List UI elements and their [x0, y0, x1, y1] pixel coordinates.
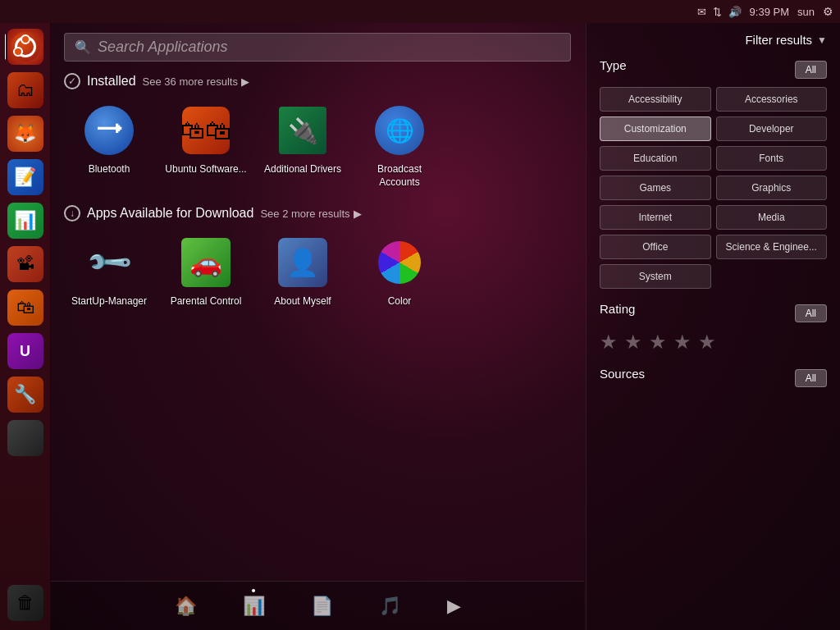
filter-education[interactable]: Education: [600, 146, 711, 171]
username: sun: [797, 6, 815, 18]
color-label: Color: [388, 295, 412, 308]
workspace-icon: [7, 420, 43, 456]
filter-developer[interactable]: Developer: [716, 116, 828, 141]
rating-filter-section: Rating All ★ ★ ★ ★ ★: [600, 302, 827, 354]
apps-icon: 📊: [243, 596, 265, 617]
available-more-link[interactable]: See 2 more results ▶: [260, 208, 361, 220]
sources-all-button[interactable]: All: [795, 369, 827, 387]
trash-icon: 🗑: [7, 585, 43, 621]
color-app-icon: [375, 238, 424, 287]
sidebar-item-writer[interactable]: 📝: [5, 157, 46, 198]
sources-filter-section: Sources All: [600, 367, 827, 389]
filter-arrow-icon: ▼: [817, 34, 827, 46]
filter-customization[interactable]: Customization: [600, 116, 711, 141]
app-item-parental-control[interactable]: 🚗 Parental Control: [161, 230, 251, 315]
bottom-nav-bar: 🏠 📊 📄 🎵 ▶: [51, 581, 584, 630]
filter-results-label: Filter results: [745, 33, 812, 47]
sidebar-item-unity[interactable]: U: [5, 331, 46, 372]
filter-accessibility[interactable]: Accessibility: [600, 87, 711, 112]
installed-more-link[interactable]: See 36 more results ▶: [143, 75, 249, 88]
bluetooth-label: Bluetooth: [89, 163, 130, 176]
app-item-color[interactable]: Color: [354, 230, 445, 315]
volume-icon[interactable]: 🔊: [728, 6, 742, 18]
star-1[interactable]: ★: [600, 331, 618, 354]
system-settings-icon[interactable]: ⚙: [823, 5, 833, 18]
app-item-ubuntu-software[interactable]: 🛍 Ubuntu Software...: [161, 98, 251, 195]
sources-filter-label: Sources: [600, 367, 645, 381]
impress-icon: 📽: [7, 246, 43, 282]
bluetooth-app-icon: ⭢: [84, 106, 134, 155]
unity-icon: U: [7, 333, 43, 369]
bluetooth-icon-wrap: ⭢: [83, 104, 135, 157]
sidebar-item-impress[interactable]: 📽: [5, 244, 46, 285]
sidebar-item-trash[interactable]: 🗑: [5, 582, 46, 623]
email-icon[interactable]: ✉: [697, 6, 706, 18]
installed-header: ✓ Installed See 36 more results ▶: [64, 73, 571, 89]
filter-graphics[interactable]: Graphics: [716, 176, 828, 200]
filter-games[interactable]: Games: [600, 176, 711, 200]
star-3[interactable]: ★: [649, 331, 667, 354]
clock: 9:39 PM: [750, 6, 789, 18]
nav-apps[interactable]: 📊: [236, 592, 272, 620]
type-filter-grid: Accessibility Accessories Customization …: [600, 87, 827, 289]
startup-label: StartUp-Manager: [71, 295, 147, 308]
available-section: ↓ Apps Available for Download See 2 more…: [64, 205, 571, 315]
installed-app-grid: ⭢ Bluetooth 🛍 Ubuntu Software...: [64, 98, 571, 195]
calc-icon: 📊: [7, 203, 43, 239]
writer-icon: 📝: [7, 159, 43, 195]
search-icon: 🔍: [75, 39, 91, 55]
firefox-icon: 🦊: [7, 116, 43, 152]
sidebar-item-calc[interactable]: 📊: [5, 200, 46, 241]
type-filter-label: Type: [600, 58, 627, 72]
type-all-button[interactable]: All: [795, 61, 827, 79]
sidebar-item-firefox[interactable]: 🦊: [5, 113, 46, 154]
search-input[interactable]: [98, 39, 560, 56]
ubuntu-home-icon: [7, 29, 43, 65]
nav-files[interactable]: 📄: [304, 592, 340, 620]
rating-filter-label: Rating: [600, 302, 635, 316]
sidebar-item-files[interactable]: 🗂: [5, 70, 46, 111]
parental-label: Parental Control: [171, 295, 242, 308]
network-icon[interactable]: ⇅: [713, 6, 722, 18]
main-content: 🔍 ✓ Installed See 36 more results ▶ ⭢: [51, 23, 840, 630]
files-nav-icon: 📄: [311, 596, 333, 617]
app-item-bluetooth[interactable]: ⭢ Bluetooth: [64, 98, 154, 195]
star-2[interactable]: ★: [624, 331, 642, 354]
star-5[interactable]: ★: [698, 331, 716, 354]
additional-drivers-icon-wrap: 🔌: [276, 104, 329, 157]
additional-drivers-label: Additional Drivers: [264, 163, 341, 176]
installed-section: ✓ Installed See 36 more results ▶ ⭢ Blue…: [64, 73, 571, 195]
ubuntu-sw-label: Ubuntu Software...: [165, 163, 246, 176]
app-item-additional-drivers[interactable]: 🔌 Additional Drivers: [258, 98, 348, 195]
filter-fonts[interactable]: Fonts: [716, 146, 828, 171]
sidebar: 🗂 🦊 📝 📊 📽 🛍 U 🔧 🗑: [0, 23, 51, 630]
nav-home[interactable]: 🏠: [168, 592, 203, 620]
topbar-system-icons: ✉ ⇅ 🔊: [697, 6, 742, 18]
app-item-broadcast-accounts[interactable]: 🌐 Broadcast Accounts: [354, 98, 445, 195]
filter-science[interactable]: Science & Enginee...: [716, 235, 828, 259]
app-item-about-myself[interactable]: 👤 About Myself: [258, 230, 348, 315]
color-icon-wrap: [373, 236, 426, 289]
star-4[interactable]: ★: [673, 331, 692, 354]
nav-video[interactable]: ▶: [441, 592, 468, 620]
ubuntu-sw-icon-wrap: 🛍: [180, 104, 232, 157]
sidebar-item-workspace[interactable]: [5, 418, 46, 459]
search-bar: 🔍: [64, 33, 571, 62]
filter-internet[interactable]: Internet: [600, 205, 711, 230]
ubuntu-sw-app-icon: 🛍: [182, 107, 230, 154]
parental-icon-wrap: 🚗: [180, 236, 232, 289]
filter-office[interactable]: Office: [600, 235, 711, 259]
filter-media[interactable]: Media: [716, 205, 828, 230]
broadcast-app-icon: 🌐: [375, 106, 424, 155]
filter-panel: Filter results ▼ Type All Accessibility …: [586, 23, 840, 630]
filter-accessories[interactable]: Accessories: [716, 87, 828, 112]
available-title: Apps Available for Download: [87, 206, 253, 221]
rating-all-button[interactable]: All: [795, 304, 827, 322]
sidebar-item-tools[interactable]: 🔧: [5, 374, 46, 415]
sidebar-item-software[interactable]: 🛍: [5, 287, 46, 328]
app-item-startup-manager[interactable]: 🔧 StartUp-Manager: [64, 230, 154, 315]
sidebar-item-ubuntu-home[interactable]: [5, 26, 46, 67]
nav-music[interactable]: 🎵: [372, 592, 408, 620]
filter-system[interactable]: System: [600, 264, 711, 289]
broadcast-icon-wrap: 🌐: [373, 104, 426, 157]
